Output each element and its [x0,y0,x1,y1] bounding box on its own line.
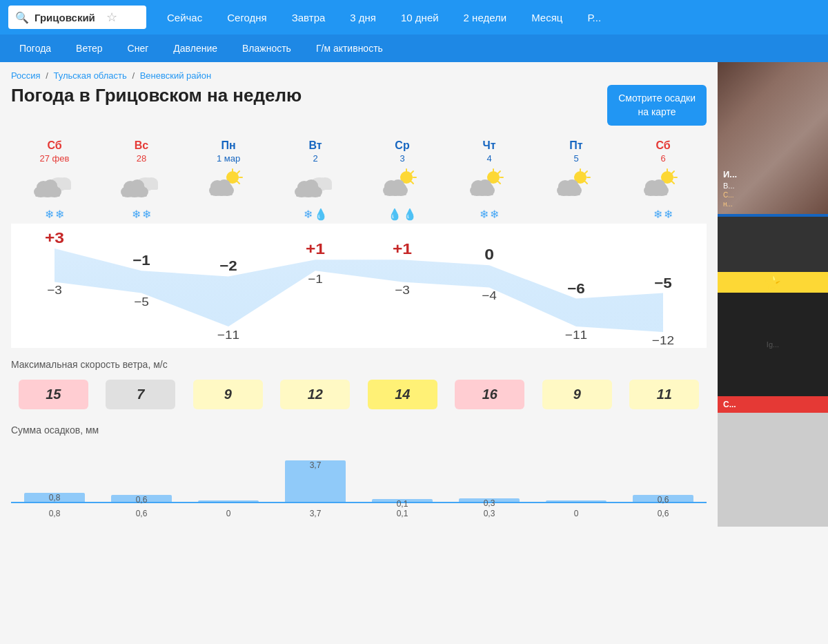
tab-3days[interactable]: 3 дня [337,0,388,35]
subtab-snow[interactable]: Снег [117,35,160,62]
content-left: Россия / Тульская область / Веневский ра… [0,62,718,527]
svg-text:−12: −12 [652,334,674,347]
precip-label-6: 0 [533,506,620,518]
day-date-5: 4 [447,153,531,164]
subtab-wind[interactable]: Ветер [65,35,114,62]
subtab-weather[interactable]: Погода [8,35,62,62]
day-date-4: 3 [360,153,444,164]
ad-red-banner: С... [718,396,828,413]
day-date-7: 6 [621,153,705,164]
precip-col-0: 0,8 [11,493,98,502]
tab-today[interactable]: Сегодня [215,0,279,35]
search-icon: 🔍 [15,11,29,24]
search-box[interactable]: 🔍 Грицовский ☆ [8,6,146,29]
svg-text:−1: −1 [132,253,150,269]
precip-top-val-1: 0,6 [136,495,148,505]
day-name-1: Вс [99,139,184,152]
svg-text:+1: +1 [393,241,412,257]
subtab-humidity[interactable]: Влажность [231,35,302,62]
wind-value-0: 15 [19,380,88,409]
ad-subtitle: В... [723,181,737,191]
ad-image-top: И... В... С...н... [718,62,828,214]
ad-body: С...н... [723,191,737,208]
precip-sym-4: 💧💧 [360,208,444,221]
tab-2weeks[interactable]: 2 недели [451,0,520,35]
breadcrumb-region[interactable]: Тульская область [54,70,127,81]
subtab-pressure[interactable]: Давление [162,35,228,62]
day-col-6: Пт 5 [533,137,620,224]
day-col-1: Вс 28 ❄❄ [98,137,185,224]
svg-line-22 [237,182,239,184]
day-col-2: Пн 1 мар [185,137,272,224]
svg-rect-81 [645,188,667,195]
day-name-4: Ср [360,139,444,152]
precip-col-4: 0,1 [359,499,446,502]
wind-col-1: 7 [99,378,184,411]
precip-label-2: 0 [185,506,272,518]
svg-rect-28 [210,188,233,195]
svg-text:+1: +1 [306,241,325,257]
tab-month[interactable]: Месяц [519,0,575,35]
main-content: Россия / Тульская область / Веневский ра… [0,62,828,527]
svg-text:−1: −1 [308,273,323,286]
days-icons-container: Сб 27 фев ❄❄ Вс 28 [11,137,707,224]
wind-value-6: 9 [542,380,612,409]
breadcrumb: Россия / Тульская область / Веневский ра… [11,70,707,81]
svg-text:−11: −11 [565,329,587,342]
day-date-2: 1 мар [186,153,270,164]
day-col-4: Ср 3 💧💧 [359,137,446,224]
precip-chart: 0,80,63,70,10,30,6 [11,441,707,503]
day-col-7: Сб 6 ❄❄ [620,137,707,224]
wind-col-4: 14 [360,378,445,411]
svg-line-53 [498,182,500,184]
precip-bar-6 [546,500,607,502]
day-date-6: 5 [534,153,618,164]
precip-sym-0: ❄❄ [12,208,97,221]
svg-text:−3: −3 [47,284,62,297]
precip-col-2 [185,500,272,502]
day-date-3: 2 [273,153,357,164]
page-title: Погода в Грицовском на неделю [11,85,302,106]
wind-value-5: 16 [455,380,524,409]
wind-value-4: 14 [368,380,437,409]
top-nav: 🔍 Грицовский ☆ Сейчас Сегодня Завтра 3 д… [0,0,828,35]
day-name-0: Сб [12,139,97,152]
breadcrumb-russia[interactable]: Россия [11,70,41,81]
tab-10days[interactable]: 10 дней [388,0,451,35]
svg-line-42 [411,182,413,184]
wind-col-5: 16 [448,378,533,411]
wind-value-3: 12 [280,380,350,409]
map-button[interactable]: Смотрите осадкина карте [607,85,707,126]
svg-text:−4: −4 [482,290,497,303]
wind-bars: 1579121416911 [11,375,707,413]
precip-col-1: 0,6 [98,495,185,502]
precip-col-5: 0,3 [446,498,533,502]
tab-more[interactable]: Р... [575,0,613,35]
svg-rect-48 [384,188,406,195]
day-col-5: Чт 4 ❄❄ [446,137,533,224]
day-col-3: Вт 2 ❄💧 [272,137,359,224]
nav-tabs: Сейчас Сегодня Завтра 3 дня 10 дней 2 не… [155,0,828,35]
search-input[interactable]: Грицовский [34,12,95,23]
day-columns: Сб 27 фев ❄❄ Вс 28 [11,137,707,224]
precip-top-val-3: 3,7 [310,460,322,470]
tab-now[interactable]: Сейчас [155,0,215,35]
day-col-0: Сб 27 фев ❄❄ [11,137,98,224]
precip-col-6 [533,500,620,502]
svg-line-51 [498,171,500,173]
weather-icon-2 [206,168,250,204]
precip-top-val-0: 0,8 [49,493,61,502]
star-icon[interactable]: ☆ [106,10,117,25]
precip-top-val-4: 0,1 [397,499,408,509]
svg-text:0: 0 [484,246,494,263]
weather-icon-3 [293,168,337,204]
subtab-gm[interactable]: Г/м активность [305,35,394,62]
weather-icon-4 [380,168,424,204]
precip-label-1: 0,6 [98,506,185,518]
tab-tomorrow[interactable]: Завтра [279,0,338,35]
breadcrumb-district[interactable]: Веневский район [140,70,212,81]
svg-rect-37 [296,190,321,197]
right-sidebar: И... В... С...н... ⭐ Ig... С... [718,62,828,527]
ad-image-mid [718,217,828,272]
wind-section-title: Максимальная скорость ветра, м/с [11,359,707,370]
